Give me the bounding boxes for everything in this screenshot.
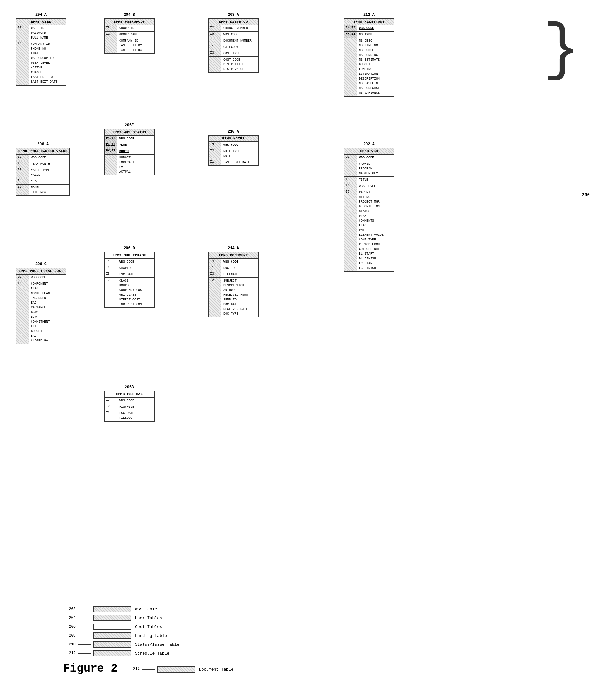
epms-wbs-header: EPMS WBS (344, 148, 394, 155)
epms-pfc-wrapper: 206 C EPMS PROJ FINAL COST U1 WBS CODE I… (16, 262, 66, 344)
epms-notes-key-2: I2 (209, 148, 221, 159)
epms-wbs-key-4: I1 (344, 183, 357, 189)
label-212a: 212 A (344, 13, 394, 17)
table-epms-distr: EPMS DISTR CO I2 CHANGE NUMBER I5 WBS CO… (208, 18, 259, 73)
legend-box-210 (93, 641, 131, 648)
label-206a: 206 A (16, 142, 70, 146)
epms-notes-field-1: WBS CODE (221, 142, 240, 148)
epms-sum-fields-4: CLASSHOURSCURRENCY COSTORI CLASSDIRECT C… (117, 278, 146, 308)
epms-notes-row-2: I2 NOTE TYPENOTE (209, 148, 258, 159)
legend-box-202 (93, 606, 131, 612)
legend-row-212: 212 Schedule Table (63, 650, 586, 656)
epms-fsc-row-3: I1 FSC DATEFIELD03 (105, 410, 154, 421)
legend-label-212: Schedule Table (135, 651, 169, 656)
main-container: 204 A EPMS USER I2 USER IDPASSWORDFULL N… (6, 6, 586, 675)
epms-wbs-status-fields-4: BUDGETFORECASTEVACTUAL (117, 155, 136, 175)
epms-wbs-row-3: I3 TITLE (344, 177, 394, 183)
table-epms-wbs-status: EPMS WBS STATUS PK,I2 WBS CODE PK,I3 YEA… (104, 129, 155, 176)
epms-milestone-row-1: PK,I2 WBS CODE (344, 25, 394, 32)
epms-sum-key-2: I1 (105, 265, 117, 271)
legend-label-206: Cost Tables (135, 624, 162, 629)
epms-notes-row-3: I1 LAST EDIT DATE (209, 159, 258, 166)
epms-document-key-2: I1 (209, 265, 221, 271)
table-epms-document: EPMS DOCUMENT I4 WBS CODE I1 DOC ID I3 F… (208, 252, 259, 318)
epms-wbs-status-row-4: BUDGETFORECASTEVACTUAL (105, 155, 154, 175)
epms-document-key-4: I2 (209, 278, 221, 317)
epms-distr-fields-6: COST CODEDISTR TITLEDISTR VALUE (221, 57, 246, 72)
epms-sum-row-3: I3 FSC DATE (105, 271, 154, 278)
table-epms-wbs: EPMS WBS U1 WBS CODE CAWPIDPROGRAMMASTER… (344, 148, 394, 272)
label-204a: 204 A (16, 13, 66, 17)
epms-wbs-row-5: I2 PARENTMII NOPROJECT MGRDESCRIPTIONSTA… (344, 189, 394, 271)
epms-usergroup-row-1: I2 GROUP ID (105, 25, 154, 32)
epms-pev-wrapper: 206 A EPMS PROJ EARNED VALUE I3 WBS CODE… (16, 142, 70, 196)
epms-document-wrapper: 214 A EPMS DOCUMENT I4 WBS CODE I1 DOC I… (208, 246, 259, 318)
epms-pfc-key-2: I1 (16, 281, 29, 344)
epms-milestone-row-2: PK,I1 MS TYPE (344, 32, 394, 38)
label-208a: 208 A (208, 13, 259, 17)
epms-wbs-status-key-3: PK,I1 (105, 148, 117, 154)
epms-milestone-row-3: MS DESCMS LINE NOMS BUDGETMS FUNDINGMS E… (344, 38, 394, 96)
epms-wbs-wrapper: 202 A EPMS WBS U1 WBS CODE CAWPIDPROGRAM… (344, 142, 394, 272)
epms-notes-key-1: I3 (209, 142, 221, 148)
epms-fsc-fields-3: FSC DATEFIELD03 (117, 410, 136, 421)
epms-milestone-key-3 (344, 38, 357, 96)
epms-pev-fields-3: VALUE TYPEVALUE (29, 167, 52, 178)
label-202a: 202 A (344, 142, 394, 146)
legend-line-202 (78, 609, 91, 609)
epms-document-row-4: I2 SUBJECTDESCRIPTIONAUTHORRECEIVED FROM… (209, 278, 258, 317)
epms-user-wrapper: 204 A EPMS USER I2 USER IDPASSWORDFULL N… (16, 13, 66, 86)
epms-fsc-header: EPMS FSC CAL (105, 391, 154, 398)
legend-row-202: 202 WBS Table (63, 606, 586, 612)
epms-notes-header: EPMS NOTES (209, 136, 258, 142)
epms-distr-fields-1: CHANGE NUMBER (221, 25, 250, 31)
figure-row: Figure 2 214 Document Table (63, 659, 586, 675)
epms-pfc-row-1: U1 WBS CODE (16, 275, 65, 281)
epms-distr-key-5: I3 (209, 50, 221, 56)
epms-pfc-fields-1: WBS CODE (29, 275, 48, 281)
epms-pev-row-1: I3 WBS CODE (16, 155, 69, 161)
epms-pev-fields-2: YEAR MONTH (29, 161, 52, 167)
epms-document-row-3: I3 FILENAME (209, 271, 258, 278)
epms-distr-row-3: DOCUMENT NUMBER (209, 38, 258, 44)
legend-label-210: Status/Issue Table (135, 642, 179, 647)
legend-number-212: 212 (63, 651, 76, 655)
epms-sum-fields-3: FSC DATE (117, 271, 136, 277)
epms-user-key-2: I1 (16, 41, 29, 85)
epms-fsc-key-1: I3 (105, 398, 117, 404)
epms-user-row-2: I1 COMPANY IDPHONE NOEMAILUSERGROUP IDUS… (16, 41, 65, 85)
legend-row-210: 210 Status/Issue Table (63, 641, 586, 648)
epms-wbs-fields-4: WBS LEVEL (357, 183, 378, 189)
legend-box-204 (93, 615, 131, 621)
epms-usergroup-key-3 (105, 38, 117, 53)
legend-line-212 (78, 653, 91, 654)
epms-user-key-1: I2 (16, 25, 29, 41)
epms-document-key-3: I3 (209, 271, 221, 277)
epms-sum-key-3: I3 (105, 271, 117, 277)
epms-sum-fields-2: CAWPID (117, 265, 133, 271)
epms-fsc-fields-1: WBS CODE (117, 398, 136, 404)
epms-wbs-status-header: EPMS WBS STATUS (105, 129, 154, 136)
label-204b: 204 B (104, 13, 155, 17)
legend-label-214: Document Table (199, 667, 233, 672)
epms-fsc-key-3: I1 (105, 410, 117, 421)
legend-number-202: 202 (63, 607, 76, 611)
epms-wbs-key-1: U1 (344, 155, 357, 160)
legend-line-204 (78, 618, 91, 618)
legend-box-212 (93, 650, 131, 656)
epms-pfc-fields-2: COMPONENTPLANMONTH PLANINCURREDEACVARIAN… (29, 281, 52, 344)
epms-wbs-key-2 (344, 161, 357, 176)
epms-wbs-status-row-2: PK,I3 YEAR (105, 142, 154, 148)
legend-area: 202 WBS Table 204 User Tables 206 Cost T… (6, 606, 586, 675)
epms-pev-key-4: I4 (16, 178, 29, 184)
epms-distr-row-2: I5 WBS CODE (209, 32, 258, 38)
table-epms-milestone: EPMS MILESTONE PK,I2 WBS CODE PK,I1 MS T… (344, 18, 394, 97)
epms-wbs-field-1: WBS CODE (357, 155, 376, 160)
epms-milestone-header: EPMS MILESTONE (344, 19, 394, 25)
epms-pev-row-3: I2 VALUE TYPEVALUE (16, 167, 69, 178)
epms-pev-key-5: I1 (16, 185, 29, 195)
legend-row-208: 208 Funding Table (63, 633, 586, 639)
epms-sum-fields-1: WBS CODE (117, 259, 136, 265)
epms-distr-key-3 (209, 38, 221, 44)
epms-sum-key-4: I2 (105, 278, 117, 308)
